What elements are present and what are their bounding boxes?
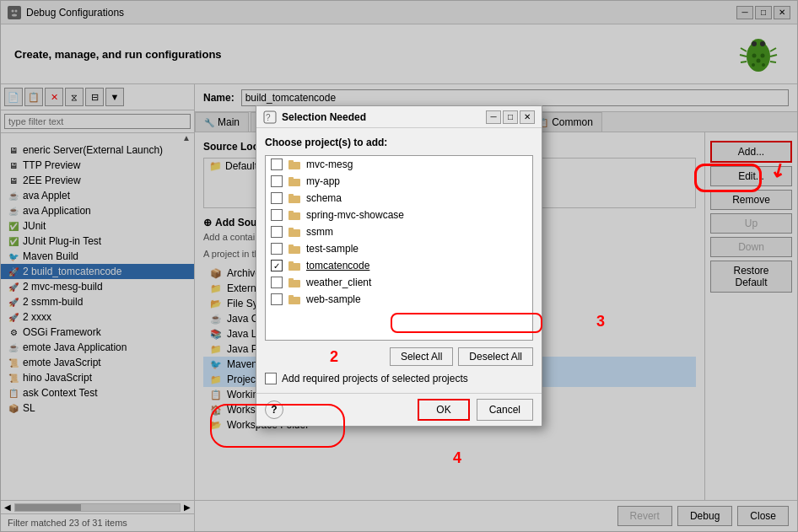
modal-help-button[interactable]: ? [265, 400, 283, 419]
checkbox-tomcatencode[interactable]: ✓ [271, 260, 283, 271]
modal-item-ssmm[interactable]: ssmm [266, 223, 532, 240]
svg-rect-28 [288, 211, 294, 214]
folder-icon [288, 159, 301, 170]
svg-rect-34 [288, 261, 294, 265]
folder-icon-7 [288, 260, 301, 271]
svg-rect-36 [288, 278, 294, 282]
modal-title-bar: ? Selection Needed ─ □ ✕ [256, 106, 542, 128]
modal-choose-label: Choose project(s) to add: [265, 137, 533, 148]
svg-text:?: ? [266, 113, 271, 122]
checkbox-web-sample[interactable] [271, 293, 283, 305]
checkbox-weather-client[interactable] [271, 277, 283, 288]
add-required-checkbox[interactable] [265, 373, 277, 384]
select-all-button[interactable]: Select All [390, 347, 453, 366]
svg-rect-30 [288, 228, 294, 231]
modal-project-list: mvc-mesg my-app schema [265, 155, 533, 341]
selection-modal: ? Selection Needed ─ □ ✕ Choose project(… [256, 105, 542, 427]
modal-maximize-button[interactable]: □ [503, 110, 518, 124]
item-mvc-mesg-label: mvc-mesg [306, 159, 353, 170]
modal-item-spring[interactable]: spring-mvc-showcase [266, 207, 532, 223]
modal-item-test-sample[interactable]: test-sample [266, 240, 532, 257]
modal-minimize-button[interactable]: ─ [486, 110, 501, 124]
item-tomcatencode-label: tomcatencode [306, 260, 369, 271]
modal-item-weather-client[interactable]: weather_client [266, 274, 532, 291]
modal-add-required-row: Add required projects of selected projec… [265, 373, 533, 384]
folder-icon-5 [288, 226, 301, 238]
item-spring-label: spring-mvc-showcase [306, 209, 404, 221]
modal-body: Choose project(s) to add: mvc-mesg my-ap… [256, 128, 542, 393]
add-required-label: Add required projects of selected projec… [282, 373, 468, 384]
item-web-sample-label: web-sample [306, 293, 361, 305]
folder-icon-8 [288, 277, 301, 288]
svg-rect-32 [288, 245, 294, 248]
folder-icon-3 [288, 192, 301, 204]
svg-rect-22 [288, 160, 294, 164]
item-my-app-label: my-app [306, 175, 340, 187]
modal-close-button[interactable]: ✕ [520, 110, 535, 124]
modal-item-schema[interactable]: schema [266, 190, 532, 207]
svg-rect-26 [288, 194, 294, 197]
modal-cancel-button[interactable]: Cancel [477, 399, 533, 421]
checkbox-ssmm[interactable] [271, 226, 283, 238]
checkbox-mvc-mesg[interactable] [271, 159, 283, 170]
svg-rect-24 [288, 177, 294, 180]
checkbox-schema[interactable] [271, 192, 283, 204]
modal-item-web-sample[interactable]: web-sample [266, 291, 532, 308]
checkbox-spring[interactable] [271, 209, 283, 221]
checkbox-my-app[interactable] [271, 175, 283, 187]
folder-icon-6 [288, 243, 301, 255]
folder-icon-4 [288, 209, 301, 221]
modal-item-mvc-mesg[interactable]: mvc-mesg [266, 156, 532, 173]
svg-rect-38 [288, 295, 294, 298]
item-ssmm-label: ssmm [306, 226, 333, 238]
modal-bottom-row: ? OK Cancel [256, 393, 542, 426]
modal-ok-button[interactable]: OK [418, 399, 469, 421]
deselect-all-button[interactable]: Deselect All [458, 347, 533, 366]
modal-action-row: Select All Deselect All [265, 347, 533, 366]
checkbox-test-sample[interactable] [271, 243, 283, 255]
item-weather-client-label: weather_client [306, 277, 371, 288]
folder-icon-2 [288, 175, 301, 187]
item-schema-label: schema [306, 192, 342, 204]
modal-title: Selection Needed [282, 111, 366, 123]
folder-icon-9 [288, 293, 301, 305]
modal-title-icon: ? [263, 110, 277, 124]
modal-item-tomcatencode[interactable]: ✓ tomcatencode [266, 257, 532, 274]
item-test-sample-label: test-sample [306, 243, 359, 255]
modal-item-my-app[interactable]: my-app [266, 173, 532, 190]
modal-overlay: ? Selection Needed ─ □ ✕ Choose project(… [1, 1, 797, 531]
